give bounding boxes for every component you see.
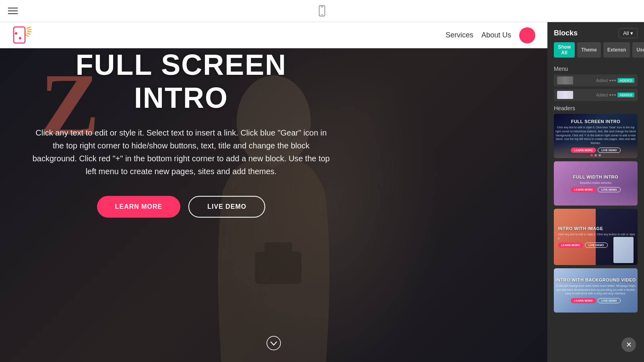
phone-icon[interactable] bbox=[316, 5, 328, 16]
hero-section: Z FULL SCREEN INTRO Click any text to ed… bbox=[0, 48, 547, 362]
panel-header: Blocks All ▾ bbox=[547, 22, 644, 42]
nav-services[interactable]: Services bbox=[446, 31, 473, 39]
hero-title: FULL SCREEN INTRO bbox=[32, 48, 330, 114]
hamburger-menu[interactable] bbox=[8, 8, 18, 14]
block-1-btn-demo[interactable]: LIVE DEMO bbox=[598, 148, 621, 153]
nav-about-us[interactable]: About Us bbox=[481, 31, 511, 39]
hero-content: FULL SCREEN INTRO Click any text to edit… bbox=[0, 48, 362, 218]
block-full-screen-intro[interactable]: FULL SCREEN INTRO Click any text to edit… bbox=[554, 114, 638, 158]
right-panel: Blocks All ▾ Show All Theme Extensn User… bbox=[547, 22, 644, 362]
preview-area: Services About Us Z bbox=[0, 22, 547, 362]
block-2-title: FULL WIDTH INTRO bbox=[573, 175, 618, 179]
added-dots-1 bbox=[609, 80, 616, 81]
svg-line-9 bbox=[27, 33, 31, 34]
svg-point-5 bbox=[19, 37, 21, 39]
block-1-title: FULL SCREEN INTRO bbox=[571, 119, 621, 124]
hero-buttons: LEARN MORE LIVE DEMO bbox=[32, 196, 330, 218]
block-full-width-intro[interactable]: FULL WIDTH INTRO Beautiful mobile websit… bbox=[554, 161, 638, 206]
svg-line-6 bbox=[27, 27, 31, 29]
filter-buttons: Show All Theme Extensn User bbox=[547, 42, 644, 62]
blocks-scroll[interactable]: FULL SCREEN INTRO Click any text to edit… bbox=[547, 114, 644, 362]
svg-point-4 bbox=[15, 32, 17, 35]
block-3-btn-demo[interactable]: LIVE DEMO bbox=[585, 243, 608, 248]
all-dropdown-button[interactable]: All ▾ bbox=[619, 28, 638, 38]
filter-theme[interactable]: Theme bbox=[577, 42, 601, 58]
headers-section-label: Headers bbox=[547, 101, 644, 114]
menu-section-label: Menu bbox=[547, 62, 644, 74]
svg-point-1 bbox=[322, 14, 322, 15]
block-2-sub: Beautiful mobile websites bbox=[580, 181, 611, 185]
site-logo[interactable] bbox=[12, 25, 32, 45]
added-badge-2: Added ADDED bbox=[596, 93, 634, 97]
block-3-btn-learn[interactable]: LEARN MORE bbox=[558, 243, 583, 248]
filter-user[interactable]: User bbox=[632, 42, 644, 58]
added-item-thumb-2 bbox=[557, 91, 573, 99]
nav-cta-button[interactable] bbox=[519, 27, 535, 43]
block-intro-with-image[interactable]: INTRO WITH IMAGE Click any text to edit … bbox=[554, 209, 638, 265]
learn-more-button[interactable]: LEARN MORE bbox=[97, 196, 181, 218]
top-toolbar bbox=[0, 0, 644, 22]
svg-line-7 bbox=[27, 29, 31, 30]
scroll-down-button[interactable] bbox=[266, 336, 281, 352]
main-area: Services About Us Z bbox=[0, 22, 644, 362]
added-item-2[interactable]: Added ADDED bbox=[554, 89, 638, 101]
block-4-sub: A site with background video looks much … bbox=[554, 284, 638, 296]
site-header: Services About Us bbox=[0, 22, 547, 48]
svg-line-10 bbox=[25, 35, 29, 37]
block-4-btn-demo[interactable]: LIVE DEMO bbox=[598, 298, 621, 303]
block-4-btn-learn[interactable]: LEARN MORE bbox=[571, 298, 596, 303]
panel-title: Blocks bbox=[554, 29, 578, 37]
hero-description: Click any text to edit or style it. Sele… bbox=[32, 126, 330, 178]
added-items: Added ADDED Added ADDED bbox=[547, 74, 644, 101]
svg-rect-3 bbox=[14, 27, 25, 43]
added-item-thumb-1 bbox=[557, 76, 573, 84]
added-dots-2 bbox=[609, 94, 616, 96]
site-nav: Services About Us bbox=[446, 27, 535, 43]
added-badge-1: Added ADDED bbox=[596, 78, 634, 83]
block-intro-with-video[interactable]: INTRO WITH BACKGROUND VIDEO A site with … bbox=[554, 268, 638, 313]
block-4-title: INTRO WITH BACKGROUND VIDEO bbox=[555, 278, 636, 282]
svg-point-14 bbox=[267, 336, 281, 350]
svg-rect-13 bbox=[264, 242, 292, 256]
block-3-sub: Click any text to edit or style it. Clic… bbox=[558, 232, 638, 241]
block-2-btn-demo[interactable]: LIVE DEMO bbox=[598, 187, 621, 192]
filter-extensn[interactable]: Extensn bbox=[603, 42, 630, 58]
svg-rect-12 bbox=[255, 251, 301, 284]
block-2-btn-learn[interactable]: LEARN MORE bbox=[571, 187, 596, 192]
block-1-buttons: LEARN MORE LIVE DEMO bbox=[571, 148, 621, 153]
live-demo-button[interactable]: LIVE DEMO bbox=[188, 196, 265, 218]
block-1-sub: Click any text to edit or style it. Clic… bbox=[554, 125, 638, 145]
filter-show-all[interactable]: Show All bbox=[554, 42, 575, 58]
block-3-title: INTRO WITH IMAGE bbox=[558, 226, 603, 231]
block-1-btn-learn[interactable]: LEARN MORE bbox=[571, 148, 596, 153]
panel-close-button[interactable]: ✕ bbox=[621, 337, 636, 352]
added-item-1[interactable]: Added ADDED bbox=[554, 74, 638, 86]
